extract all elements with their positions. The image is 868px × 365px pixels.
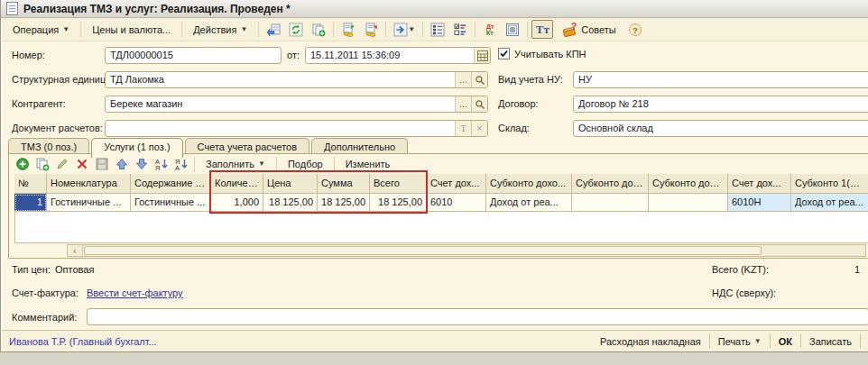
choose-button[interactable]: ... — [455, 96, 471, 112]
column-header[interactable]: Субконто 1(НУ) — [791, 174, 868, 194]
warehouse-field[interactable]: Основной склад — [573, 120, 868, 137]
column-header[interactable]: Счет дох... — [728, 174, 791, 194]
goto-button[interactable]: ▼ — [390, 20, 419, 39]
table-header-row: №НоменклатураСодержание у...Количес...Це… — [14, 174, 868, 194]
column-header[interactable]: Содержание у... — [131, 174, 211, 194]
date-field[interactable]: 15.11.2011 15:36:09 — [305, 47, 491, 64]
column-header[interactable]: № — [14, 174, 47, 194]
toolbar-separator — [80, 22, 81, 37]
post-document-icon — [266, 23, 281, 37]
money-in-button[interactable] — [337, 20, 359, 39]
table-cell[interactable]: 18 125,00 — [318, 194, 370, 212]
column-header[interactable]: Всего — [370, 174, 427, 194]
refresh-button[interactable] — [285, 20, 307, 39]
nu-kind-label: Вид учета НУ: — [498, 74, 563, 85]
arrow-down-icon — [134, 157, 149, 171]
column-header[interactable]: Номенклатура — [47, 174, 131, 194]
move-up-button[interactable] — [112, 156, 131, 172]
table-row[interactable]: 1Гостиничные ...Гостиничные ...1,00018 1… — [14, 194, 868, 212]
comment-field[interactable] — [87, 308, 868, 325]
save-button[interactable]: Записать — [801, 336, 860, 347]
operation-button[interactable]: Операция▼ — [5, 21, 77, 39]
number-field[interactable]: ТДЛ00000015 — [105, 47, 282, 64]
pick-button[interactable]: Подбор — [281, 155, 330, 173]
comment-label: Комментарий: — [12, 312, 77, 323]
table-cell[interactable]: 6010Н — [728, 194, 791, 212]
calendar-icon — [477, 50, 488, 61]
column-header[interactable]: Субконто дохо... — [572, 174, 649, 194]
help-button[interactable]: ? — [624, 20, 646, 39]
horizontal-scrollbar[interactable]: ‹ — [67, 244, 866, 257]
table-cell[interactable] — [572, 194, 649, 212]
clear-icon: × — [477, 123, 483, 133]
table-cell[interactable]: Гостиничные ... — [131, 194, 211, 212]
table-cell[interactable]: 6010 — [427, 194, 486, 212]
consignment-note-button[interactable]: Расходная накладная — [592, 336, 709, 347]
table-cell[interactable]: Гостиничные ... — [47, 194, 131, 212]
counterparty-field[interactable]: Береке магазин ... — [105, 96, 488, 113]
table-cell[interactable]: 18 125,00 — [370, 194, 427, 212]
money-out-button[interactable] — [360, 20, 382, 39]
text-edit-button[interactable]: T — [455, 121, 471, 136]
sort-descending-button[interactable]: ЯА — [171, 156, 190, 172]
add-row-button[interactable] — [13, 156, 32, 172]
table-cell[interactable]: 18 125,00 — [263, 194, 318, 212]
screen: Реализация ТМЗ и услуг: Реализация. Пров… — [0, 0, 868, 365]
font-format-button[interactable]: Тт — [531, 20, 553, 39]
scroll-left-button[interactable]: ‹ — [68, 245, 83, 256]
separator — [860, 334, 861, 348]
structural-unit-field[interactable]: ТД Лакомка ... — [105, 71, 488, 88]
font-icon: Тт — [536, 23, 549, 37]
table-cell[interactable]: 1,000 — [211, 194, 263, 212]
settlement-doc-field[interactable]: T × — [105, 120, 488, 137]
print-button[interactable]: Печать▼ — [710, 336, 770, 347]
choose-button[interactable]: ... — [455, 72, 471, 87]
create-invoice-link[interactable]: Ввести счет-фактуру — [87, 287, 183, 298]
actions-button[interactable]: Действия▼ — [186, 21, 254, 39]
settings-list-button[interactable] — [449, 20, 471, 39]
copy-add-icon — [311, 23, 326, 37]
sort-ascending-button[interactable]: АЯ — [152, 156, 171, 172]
journal-button[interactable] — [502, 20, 523, 39]
open-button[interactable] — [471, 72, 487, 87]
nu-kind-field[interactable]: НУ — [573, 71, 868, 88]
copy-button[interactable] — [308, 20, 329, 39]
sort-az-icon: АЯ — [154, 157, 169, 171]
table-cell[interactable] — [649, 194, 728, 212]
post-document-button[interactable] — [263, 20, 284, 39]
end-edit-button[interactable] — [92, 156, 111, 172]
calendar-button[interactable] — [474, 48, 490, 63]
prices-currency-button[interactable]: Цены и валюта... — [85, 21, 178, 39]
table-cell[interactable]: Доход от реа... — [486, 194, 572, 212]
price-type-label: Тип цен: — [12, 264, 51, 275]
delete-row-button[interactable] — [72, 156, 91, 172]
advice-button[interactable]: ? Советы — [554, 21, 623, 39]
column-header[interactable]: Сумма — [318, 174, 370, 194]
open-button[interactable] — [471, 96, 487, 112]
move-down-button[interactable] — [132, 156, 151, 172]
dtkt-button[interactable]: ДтКт — [479, 20, 501, 39]
column-header[interactable]: Счет дох... — [427, 174, 486, 194]
statusbar-buttons: Расходная накладнаяПечать▼ОКЗаписать — [592, 334, 861, 348]
clear-button[interactable]: × — [471, 121, 487, 136]
column-header[interactable]: Количес... — [211, 174, 263, 194]
tab-services[interactable]: Услуги (1 поз.) — [91, 138, 182, 158]
scrollbar-thumb[interactable] — [84, 246, 762, 255]
row-selector-cell[interactable]: 1 — [14, 194, 47, 212]
contract-field[interactable]: Договор № 218 — [573, 96, 868, 113]
toolbar-separator — [333, 22, 334, 37]
number-label: Номер: — [12, 50, 45, 60]
fill-button[interactable]: Заполнить▼ — [199, 155, 272, 173]
ok-button[interactable]: ОК — [771, 336, 800, 347]
column-header[interactable]: Цена — [263, 174, 318, 194]
scroll-left-icon: ‹ — [73, 246, 76, 256]
copy-row-button[interactable] — [32, 156, 51, 172]
edit-row-button[interactable] — [52, 156, 71, 172]
table-cell[interactable]: Доход от реа... — [791, 194, 868, 212]
settlement-doc-value — [106, 121, 455, 136]
column-header[interactable]: Субконто дохо... — [649, 174, 728, 194]
kpn-checkbox[interactable]: Учитывать КПН — [498, 48, 586, 59]
column-header[interactable]: Субконто дохо... — [486, 174, 572, 194]
change-button[interactable]: Изменить — [338, 155, 398, 173]
structure-button[interactable] — [427, 20, 448, 39]
